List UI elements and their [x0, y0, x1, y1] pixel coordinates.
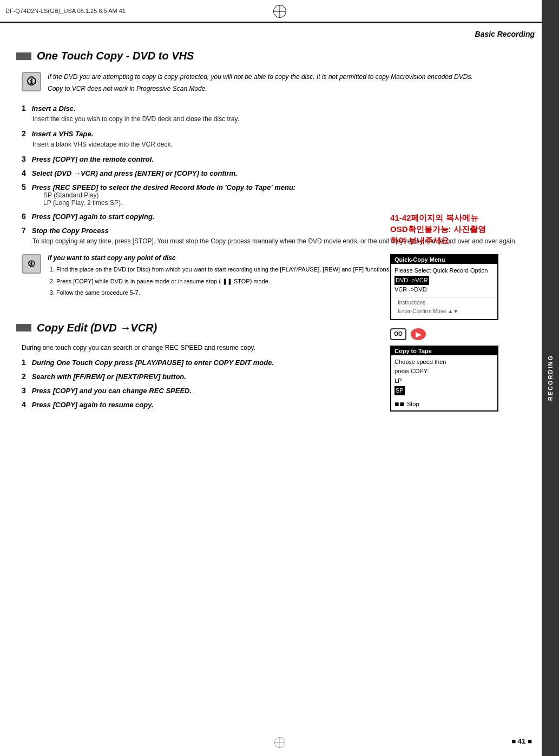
korean-note: 41-42페이지의 복사메뉴 OSD확인불가능: 사진촬영 하여 보내주세요. — [390, 212, 498, 246]
copy-to-tape-box: Copy to Tape Choose speed then press COP… — [390, 346, 498, 412]
step-1: 1 Insert a Disc. Insert the disc you wis… — [22, 104, 525, 124]
copy-tape-title: Copy to Tape — [391, 347, 497, 355]
steps-area: 41-42페이지의 복사메뉴 OSD확인불가능: 사진촬영 하여 보내주세요. … — [16, 104, 525, 300]
warning-line2: Copy to VCR does not work in Progressive… — [48, 84, 473, 94]
s2-step-2-title: Search with [FF/REW] or [NEXT/PREV] butt… — [32, 373, 186, 381]
step-2-body: Insert a blank VHS videotape into the VC… — [32, 140, 525, 149]
section2-title: Copy Edit (DVD →VCR) — [37, 322, 157, 334]
s2-step-1-title: During One Touch Copy press [PLAY/PAUSE]… — [32, 359, 274, 367]
step-6-number: 6 — [22, 212, 26, 221]
step-4-number: 4 — [22, 169, 26, 177]
float-right-panel: 41-42페이지의 복사메뉴 OSD확인불가능: 사진촬영 하여 보내주세요. … — [390, 212, 498, 417]
warning-line1: If the DVD you are attempting to copy is… — [48, 72, 473, 82]
step-3-title: Press [COPY] on the remote control. — [32, 155, 154, 163]
quick-copy-option2: VCR ->DVD — [394, 285, 494, 295]
step-5-title: Press [REC SPEED] to select the desired … — [32, 183, 296, 191]
copy-tape-sp: SP — [394, 386, 494, 396]
step-2-title: Insert a VHS Tape. — [32, 130, 94, 138]
quick-copy-instructions: Instructions Enter-Confirm Move ▲▼ — [394, 297, 494, 317]
section1-title: One Touch Copy - DVD to VHS — [37, 50, 194, 62]
step-5-number: 5 — [22, 183, 26, 191]
warning-text: If the DVD you are attempting to copy is… — [48, 72, 473, 96]
quick-copy-menu-title: Quick-Copy Menu — [391, 255, 497, 264]
stop-icon: ■■ — [394, 400, 405, 408]
quick-copy-hint: Please Select Quick Record Option — [394, 266, 494, 276]
step-2-number: 2 — [22, 129, 26, 138]
step-4: 4 Select (DVD →VCR) and press [ENTER] or… — [22, 169, 525, 177]
section1-heading: One Touch Copy - DVD to VHS — [16, 50, 525, 62]
step-2: 2 Insert a VHS Tape. Insert a blank VHS … — [22, 129, 525, 149]
s2-step-3-number: 3 — [22, 386, 26, 395]
info-icon: 🛈 — [22, 254, 41, 274]
s2-step-1-number: 1 — [22, 358, 26, 367]
oo-icon: OO — [390, 328, 406, 340]
step-1-number: 1 — [22, 104, 26, 112]
sub-lp: LP (Long Play, 2 times SP). — [43, 199, 525, 207]
right-sidebar: RECORDING — [542, 0, 559, 756]
stop-row: ■■ Stop — [391, 397, 497, 410]
warning-icon: 🛈 — [22, 72, 41, 91]
step-4-title: Select (DVD →VCR) and press [ENTER] or [… — [32, 169, 238, 177]
main-content: One Touch Copy - DVD to VHS 🛈 If the DVD… — [0, 23, 542, 756]
header-crosshair-icon — [273, 5, 286, 18]
quick-copy-menu-box: Quick-Copy Menu Please Select Quick Reco… — [390, 254, 498, 320]
icons-row: OO ▶ — [390, 328, 498, 340]
section1-bar — [16, 52, 31, 60]
step-1-title: Insert a Disc. — [32, 104, 76, 112]
step-3: 3 Press [COPY] on the remote control. — [22, 155, 525, 163]
section2-bar — [16, 324, 31, 331]
s2-step-4-title: Press [COPY] again to resume copy. — [32, 401, 154, 409]
step-7-title: Stop the Copy Process — [32, 227, 109, 235]
step-6-title: Press [COPY] again to start copying. — [32, 213, 155, 221]
stop-label: Stop — [407, 401, 419, 407]
step-7-number: 7 — [22, 226, 26, 235]
quick-copy-option1: DVD ->VCR — [394, 276, 494, 286]
header-file-info: DF-Q74D2N-LS(GB)_USA 05.1.25 6:5 AM 41 — [0, 8, 126, 14]
sub-sp: SP (Standard Play) — [43, 191, 525, 199]
s2-step-4-number: 4 — [22, 400, 26, 409]
step-1-body: Insert the disc you wish to copy in the … — [32, 114, 525, 124]
copy-tape-lp: LP — [394, 376, 494, 386]
page-number: ■ 41 ■ — [512, 737, 532, 745]
copy-tape-line1: Choose speed then — [394, 357, 494, 367]
s2-step-3-title: Press [COPY] and you can change REC SPEE… — [32, 387, 192, 395]
s2-step-2-number: 2 — [22, 372, 26, 381]
copy-tape-line2: press COPY: — [394, 367, 494, 376]
copy-tape-body: Choose speed then press COPY: LP SP — [391, 355, 497, 397]
step-3-number: 3 — [22, 155, 26, 163]
quick-copy-menu-body: Please Select Quick Record Option DVD ->… — [391, 264, 497, 319]
warning-block: 🛈 If the DVD you are attempting to copy … — [22, 72, 525, 96]
play-icon: ▶ — [411, 328, 426, 340]
sidebar-recording-label: RECORDING — [547, 355, 554, 401]
step-5: 5 Press [REC SPEED] to select the desire… — [22, 183, 525, 207]
header-bar: DF-Q74D2N-LS(GB)_USA 05.1.25 6:5 AM 41 — [0, 0, 559, 23]
step-5-subitems: SP (Standard Play) LP (Long Play, 2 time… — [43, 191, 525, 207]
dvd-vcr-selected: DVD ->VCR — [394, 276, 429, 286]
bottom-crosshair-icon — [274, 737, 285, 748]
